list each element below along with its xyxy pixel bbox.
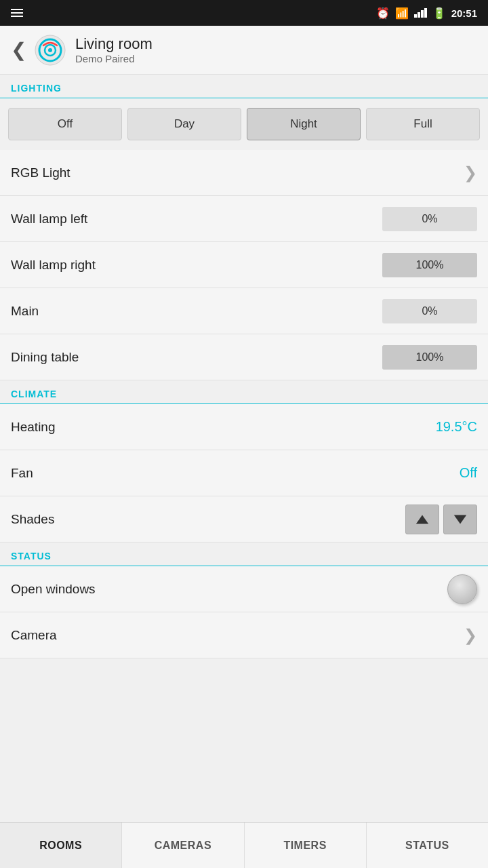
svg-marker-4 — [416, 515, 428, 524]
camera-label: Camera — [11, 628, 57, 643]
app-logo — [35, 35, 66, 66]
lighting-buttons-row: Off Day Night Full — [0, 98, 488, 150]
shades-label: Shades — [11, 512, 54, 527]
climate-section-header: CLIMATE — [0, 380, 488, 404]
alarm-icon: ⏰ — [376, 7, 390, 20]
nav-rooms[interactable]: ROOMS — [0, 823, 122, 868]
page-title: Living room — [75, 35, 152, 53]
nav-status[interactable]: STATUS — [367, 823, 488, 868]
dining-table-value: 100% — [382, 351, 477, 363]
nav-timers[interactable]: TIMERS — [245, 823, 367, 868]
shades-row: Shades — [0, 496, 488, 542]
chevron-up-icon — [415, 512, 430, 527]
lighting-full-button[interactable]: Full — [366, 108, 480, 140]
chevron-down-icon — [453, 512, 468, 527]
dining-table-row[interactable]: Dining table 100% — [0, 334, 488, 380]
lighting-section-header: LIGHTING — [0, 75, 488, 98]
fan-value: Off — [460, 465, 477, 481]
fan-row[interactable]: Fan Off — [0, 450, 488, 496]
svg-point-3 — [48, 48, 52, 52]
wall-lamp-left-value: 0% — [382, 213, 477, 225]
camera-chevron: ❯ — [464, 626, 477, 645]
hamburger-icon — [11, 9, 23, 17]
dining-table-label: Dining table — [11, 350, 79, 365]
top-bar: ❮ Living room Demo Paired — [0, 26, 488, 75]
camera-row[interactable]: Camera ❯ — [0, 612, 488, 658]
lighting-night-button[interactable]: Night — [247, 108, 361, 140]
open-windows-label: Open windows — [11, 582, 96, 597]
signal-icon — [414, 8, 427, 18]
shades-up-button[interactable] — [405, 505, 439, 534]
fan-label: Fan — [11, 466, 33, 481]
rgb-light-label: RGB Light — [11, 165, 70, 180]
heating-row[interactable]: Heating 19.5°C — [0, 404, 488, 450]
lighting-day-button[interactable]: Day — [127, 108, 241, 140]
battery-icon: 🔋 — [432, 7, 446, 20]
svg-marker-5 — [454, 515, 466, 524]
main-label: Main — [11, 304, 39, 319]
status-bar-right: ⏰ 📶 🔋 20:51 — [376, 7, 477, 20]
top-bar-titles: Living room Demo Paired — [75, 35, 152, 64]
status-section-header: STATUS — [0, 542, 488, 566]
heating-value: 19.5°C — [436, 419, 477, 435]
nav-cameras[interactable]: CAMERAS — [122, 823, 244, 868]
wall-lamp-right-label: Wall lamp right — [11, 258, 96, 273]
wall-lamp-left-label: Wall lamp left — [11, 212, 87, 226]
page-subtitle: Demo Paired — [75, 53, 152, 64]
clock: 20:51 — [451, 7, 477, 19]
wifi-icon: 📶 — [395, 7, 409, 20]
status-bar-left — [11, 9, 23, 17]
main-value: 0% — [382, 305, 477, 317]
heating-label: Heating — [11, 420, 56, 435]
main-row[interactable]: Main 0% — [0, 288, 488, 334]
wall-lamp-right-value: 100% — [382, 259, 477, 271]
back-button[interactable]: ❮ — [11, 39, 26, 61]
status-bar: ⏰ 📶 🔋 20:51 — [0, 0, 488, 26]
shades-buttons — [405, 505, 477, 534]
wall-lamp-left-row[interactable]: Wall lamp left 0% — [0, 196, 488, 242]
lighting-off-button[interactable]: Off — [8, 108, 122, 140]
main-slider[interactable]: 0% — [382, 299, 477, 323]
spacer — [0, 658, 488, 794]
rgb-light-chevron: ❯ — [464, 163, 477, 182]
rgb-light-row[interactable]: RGB Light ❯ — [0, 150, 488, 196]
bottom-nav: ROOMS CAMERAS TIMERS STATUS — [0, 822, 488, 868]
dining-table-slider[interactable]: 100% — [382, 345, 477, 370]
shades-down-button[interactable] — [443, 505, 477, 534]
main-content: LIGHTING Off Day Night Full RGB Light ❯ … — [0, 75, 488, 822]
open-windows-toggle[interactable] — [447, 574, 477, 604]
wall-lamp-right-row[interactable]: Wall lamp right 100% — [0, 242, 488, 288]
wall-lamp-left-slider[interactable]: 0% — [382, 207, 477, 231]
wall-lamp-right-slider[interactable]: 100% — [382, 253, 477, 277]
open-windows-row[interactable]: Open windows — [0, 566, 488, 612]
